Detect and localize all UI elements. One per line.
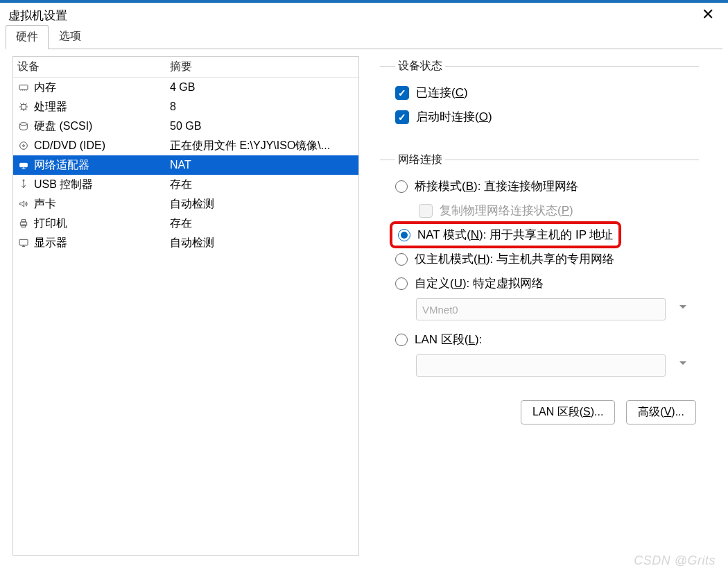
lan-segment-select <box>416 354 666 377</box>
close-icon[interactable]: ✕ <box>696 6 720 24</box>
tab-strip: 硬件 选项 <box>0 26 728 49</box>
radio-icon <box>398 229 410 241</box>
col-summary: 摘要 <box>170 60 354 74</box>
radio-icon <box>395 334 408 346</box>
svg-rect-7 <box>20 222 26 225</box>
cpu-icon <box>17 101 30 113</box>
row-cpu[interactable]: 处理器 8 <box>13 97 358 117</box>
row-summary: 存在 <box>170 215 354 232</box>
row-label: 内存 <box>34 79 56 96</box>
usb-icon <box>17 178 30 191</box>
radio-icon <box>395 180 408 193</box>
row-network[interactable]: 网络适配器 NAT <box>13 155 358 175</box>
table-header: 设备 摘要 <box>13 57 358 78</box>
lan-segment-label: LAN 区段(L): <box>415 332 482 347</box>
svg-rect-8 <box>21 220 25 222</box>
row-summary: 正在使用文件 E:\YJY\ISO镜像\... <box>170 137 354 154</box>
vmnet-select: VMnet0 <box>416 298 666 320</box>
network-connection-legend: 网络连接 <box>395 153 445 167</box>
button-row: LAN 区段(S)... 高级(V)... <box>380 400 707 424</box>
nat-label: NAT 模式(N): 用于共享主机的 IP 地址 <box>417 227 613 243</box>
bridged-radio-row[interactable]: 桥接模式(B): 直接连接物理网络 <box>395 174 695 198</box>
hdd-icon <box>17 120 30 132</box>
tab-options[interactable]: 选项 <box>49 24 92 49</box>
svg-point-3 <box>20 142 28 150</box>
row-label: 声卡 <box>34 196 56 212</box>
row-label: 硬盘 (SCSI) <box>34 118 92 135</box>
hardware-list: 设备 摘要 内存 4 GB 处理器 8 硬盘 (SCSI) 50 GB CD/D… <box>12 56 359 556</box>
row-summary: 自动检测 <box>170 234 354 251</box>
replicate-state-row: 复制物理网络连接状态(P) <box>395 198 695 223</box>
svg-point-4 <box>23 145 25 147</box>
row-display[interactable]: 显示器 自动检测 <box>13 233 358 252</box>
network-connection-group: 网络连接 桥接模式(B): 直接连接物理网络 复制物理网络连接状态(P) NAT… <box>380 153 699 388</box>
sound-icon <box>17 198 30 210</box>
connected-label: 已连接(C) <box>416 85 468 101</box>
checkbox-icon <box>395 110 409 124</box>
col-device: 设备 <box>17 60 170 74</box>
display-icon <box>17 237 30 249</box>
nat-highlight: NAT 模式(N): 用于共享主机的 IP 地址 <box>390 221 621 248</box>
row-label: USB 控制器 <box>34 176 93 193</box>
disc-icon <box>17 139 30 152</box>
row-label: 显示器 <box>34 234 67 251</box>
hostonly-label: 仅主机模式(H): 与主机共享的专用网络 <box>415 251 614 267</box>
vmnet-combo-wrap: VMnet0 <box>395 295 695 320</box>
row-hdd[interactable]: 硬盘 (SCSI) 50 GB <box>13 117 358 136</box>
row-label: 网络适配器 <box>34 157 89 173</box>
memory-icon <box>17 81 30 94</box>
row-summary: NAT <box>170 157 354 173</box>
svg-rect-1 <box>21 105 26 110</box>
row-printer[interactable]: 打印机 存在 <box>13 214 358 233</box>
poweron-label: 启动时连接(O) <box>416 109 492 125</box>
checkbox-icon <box>395 86 409 100</box>
row-summary: 8 <box>170 98 354 115</box>
row-label: 处理器 <box>34 98 67 115</box>
lan-segment-radio-row[interactable]: LAN 区段(L): <box>395 327 695 352</box>
custom-label: 自定义(U): 特定虚拟网络 <box>415 275 544 291</box>
row-summary: 50 GB <box>170 118 354 135</box>
svg-rect-5 <box>20 163 28 166</box>
row-cddvd[interactable]: CD/DVD (IDE) 正在使用文件 E:\YJY\ISO镜像\... <box>13 136 358 155</box>
hostonly-radio-row[interactable]: 仅主机模式(H): 与主机共享的专用网络 <box>395 247 695 271</box>
title-bar: 虚拟机设置 ✕ <box>0 0 728 26</box>
advanced-button[interactable]: 高级(V)... <box>626 400 696 424</box>
replicate-label: 复制物理网络连接状态(P) <box>440 203 573 218</box>
device-state-legend: 设备状态 <box>395 59 445 74</box>
row-summary: 自动检测 <box>170 196 354 212</box>
lan-segments-button[interactable]: LAN 区段(S)... <box>521 400 615 424</box>
checkbox-icon <box>419 204 433 218</box>
row-usb[interactable]: USB 控制器 存在 <box>13 175 358 194</box>
radio-icon <box>395 253 408 266</box>
row-memory[interactable]: 内存 4 GB <box>13 78 358 97</box>
svg-rect-0 <box>19 85 28 90</box>
row-sound[interactable]: 声卡 自动检测 <box>13 194 358 214</box>
window-title: 虚拟机设置 <box>8 6 696 24</box>
tab-hardware[interactable]: 硬件 <box>6 25 49 49</box>
lan-segment-combo-wrap <box>395 352 695 377</box>
bridged-label: 桥接模式(B): 直接连接物理网络 <box>415 178 578 194</box>
row-summary: 4 GB <box>170 79 354 96</box>
connect-at-poweron-row[interactable]: 启动时连接(O) <box>395 105 695 129</box>
nat-radio-row[interactable]: NAT 模式(N): 用于共享主机的 IP 地址 <box>398 227 613 243</box>
connected-checkbox-row[interactable]: 已连接(C) <box>395 80 695 105</box>
row-label: 打印机 <box>34 215 67 232</box>
row-label: CD/DVD (IDE) <box>34 137 105 154</box>
svg-rect-10 <box>19 239 28 245</box>
row-summary: 存在 <box>170 176 354 193</box>
device-state-group: 设备状态 已连接(C) 启动时连接(O) <box>380 59 699 140</box>
custom-radio-row[interactable]: 自定义(U): 特定虚拟网络 <box>395 271 695 295</box>
printer-icon <box>17 217 30 230</box>
svg-point-2 <box>20 123 28 126</box>
radio-icon <box>395 277 408 290</box>
settings-panel: 设备状态 已连接(C) 启动时连接(O) 网络连接 桥接模式(B): 直接连接物… <box>380 56 721 556</box>
network-icon <box>17 159 30 171</box>
